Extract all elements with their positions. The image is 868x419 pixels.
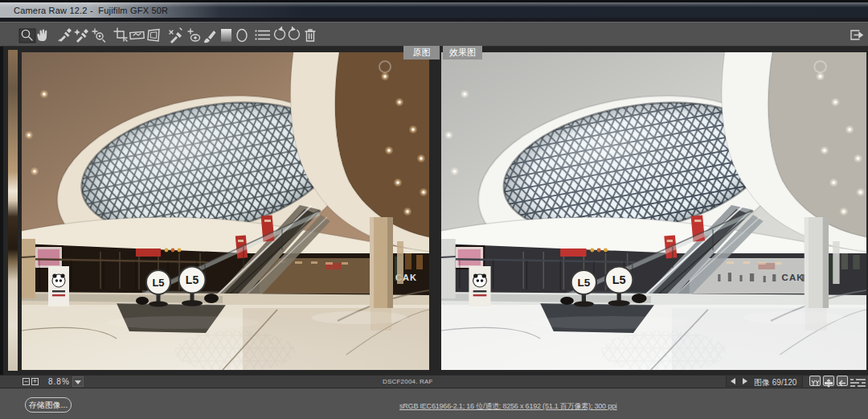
svg-text:L5: L5 [186, 273, 199, 286]
svg-text:L5: L5 [152, 277, 164, 289]
svg-text:CAK: CAK [782, 273, 805, 282]
svg-text:L5: L5 [577, 277, 590, 289]
svg-text:L5: L5 [612, 273, 626, 286]
